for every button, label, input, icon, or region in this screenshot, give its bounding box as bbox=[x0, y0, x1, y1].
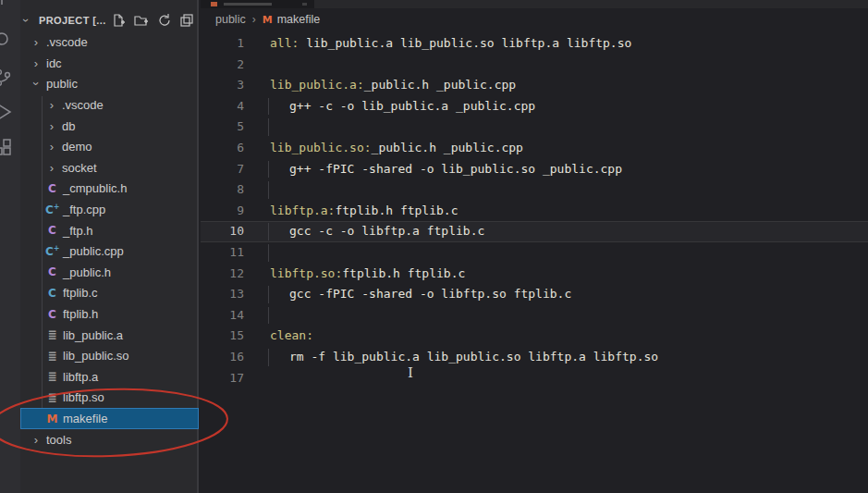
tree-item-demo[interactable]: ›demo bbox=[20, 137, 199, 158]
chevron-right-icon: › bbox=[45, 140, 58, 154]
c-header-file-icon: C bbox=[45, 265, 59, 278]
tree-item-label: libftp.a bbox=[63, 370, 98, 384]
binary-file-icon: ≣ bbox=[45, 328, 59, 341]
text-cursor-ibeam: I bbox=[408, 364, 413, 381]
c-source-file-icon: C bbox=[45, 287, 59, 300]
indent-guide bbox=[268, 223, 269, 240]
indent-guide bbox=[268, 286, 269, 303]
line-number: 6 bbox=[201, 138, 244, 159]
line-number: 4 bbox=[201, 96, 244, 117]
tree-item-label: public bbox=[46, 77, 78, 91]
binary-file-icon: ≣ bbox=[45, 391, 59, 404]
tree-item-label: .vscode bbox=[62, 98, 104, 112]
run-debug-icon[interactable] bbox=[0, 101, 14, 123]
tree-item-label: db bbox=[62, 119, 75, 133]
tree-item-label: ftplib.h bbox=[63, 307, 98, 321]
code-line-5[interactable]: 5 bbox=[201, 117, 868, 138]
binary-file-icon: ≣ bbox=[45, 370, 59, 383]
tree-item-label: ftplib.c bbox=[63, 286, 98, 300]
source-control-icon[interactable] bbox=[0, 67, 14, 89]
tree-item-.vscode[interactable]: ›.vscode bbox=[20, 94, 199, 116]
code-line-4[interactable]: 4g++ -c -o lib_public.a _public.cpp bbox=[201, 96, 868, 117]
indent-guide bbox=[268, 349, 269, 366]
indent-guide bbox=[268, 181, 269, 199]
search-icon[interactable] bbox=[0, 30, 14, 52]
line-number: 5 bbox=[201, 117, 244, 138]
c-header-file-icon: C bbox=[45, 224, 59, 237]
code-line-14[interactable]: 14 bbox=[201, 305, 868, 327]
code-line-15[interactable]: 15clean: bbox=[201, 326, 868, 347]
tree-item--cmpublic.h[interactable]: C_cmpublic.h bbox=[20, 179, 199, 200]
line-number: 14 bbox=[201, 305, 244, 327]
line-number: 8 bbox=[201, 179, 244, 201]
code-text: rm -f lib_public.a lib_public.so libftp.… bbox=[270, 347, 658, 368]
code-line-7[interactable]: 7g++ -fPIC -shared -o lib_public.so _pub… bbox=[201, 159, 868, 180]
tree-item-libftp.a[interactable]: ≣libftp.a bbox=[20, 366, 199, 388]
code-line-6[interactable]: 6lib_public.so:_public.h _public.cpp bbox=[201, 138, 868, 159]
chevron-right-icon: › bbox=[45, 98, 58, 112]
code-text: libftp.a:ftplib.h ftplib.c bbox=[270, 201, 458, 222]
code-line-12[interactable]: 12libftp.so:ftplib.h ftplib.c bbox=[201, 264, 868, 285]
code-line-9[interactable]: 9libftp.a:ftplib.h ftplib.c bbox=[201, 201, 868, 222]
code-line-10[interactable]: 10gcc -c -o libftp.a ftplib.c bbox=[201, 221, 868, 242]
explorer-sidebar: › PROJECT [... ›.vscode›idc›public›.vsco… bbox=[20, 0, 199, 493]
tree-item-ftplib.c[interactable]: Cftplib.c bbox=[20, 283, 199, 304]
tree-item--public.h[interactable]: C_public.h bbox=[20, 262, 199, 283]
code-line-16[interactable]: 16rm -f lib_public.a lib_public.so libft… bbox=[201, 347, 868, 368]
tree-item-label: lib_public.so bbox=[63, 349, 129, 363]
tree-item--ftp.h[interactable]: C_ftp.h bbox=[20, 220, 199, 241]
extensions-icon[interactable] bbox=[0, 136, 14, 158]
line-number: 11 bbox=[201, 242, 244, 264]
line-number: 13 bbox=[201, 284, 244, 305]
line-number: 17 bbox=[201, 368, 244, 389]
code-text: libftp.so:ftplib.h ftplib.c bbox=[270, 264, 465, 285]
code-line-13[interactable]: 13gcc -fPIC -shared -o libftp.so ftplib.… bbox=[201, 284, 868, 305]
tree-item-libftp.so[interactable]: ≣libftp.so bbox=[20, 388, 199, 409]
editor-pane[interactable]: public › M makefile 1all: lib_public.a l… bbox=[201, 0, 868, 493]
tree-item-label: libftp.so bbox=[63, 390, 104, 404]
tree-item-public[interactable]: ›public bbox=[20, 74, 199, 95]
code-line-2[interactable]: 2 bbox=[201, 55, 868, 76]
code-text: gcc -c -o libftp.a ftplib.c bbox=[270, 221, 484, 242]
activity-bar bbox=[0, 0, 20, 493]
tree-item-ftplib.h[interactable]: Cftplib.h bbox=[20, 303, 199, 325]
tree-item-label: idc bbox=[46, 56, 62, 70]
tree-item-lib-public.a[interactable]: ≣lib_public.a bbox=[20, 325, 199, 346]
code-line-1[interactable]: 1all: lib_public.a lib_public.so libftp.… bbox=[201, 33, 868, 55]
line-number: 16 bbox=[201, 347, 244, 368]
tree-item-makefile[interactable]: Mmakefile bbox=[20, 408, 199, 429]
indent-guide bbox=[268, 98, 269, 116]
tree-item-lib-public.so[interactable]: ≣lib_public.so bbox=[20, 346, 199, 367]
tree-item-idc[interactable]: ›idc bbox=[20, 53, 199, 74]
tree-item-db[interactable]: ›db bbox=[20, 116, 199, 137]
tree-item-tools[interactable]: ›tools bbox=[20, 429, 199, 450]
chevron-right-icon: › bbox=[30, 35, 43, 49]
indent-guide bbox=[268, 307, 269, 325]
c-header-file-icon: C bbox=[45, 182, 59, 195]
tree-item-label: socket bbox=[62, 161, 97, 175]
indent-guide bbox=[268, 161, 269, 179]
code-text: all: lib_public.a lib_public.so libftp.a… bbox=[270, 33, 631, 55]
c-header-file-icon: C bbox=[45, 308, 59, 321]
tree-item-label: _ftp.h bbox=[63, 224, 93, 238]
tree-item-label: _public.cpp bbox=[63, 244, 124, 258]
explorer-icon[interactable] bbox=[0, 0, 14, 17]
line-number: 3 bbox=[201, 75, 244, 96]
code-line-11[interactable]: 11 bbox=[201, 242, 868, 264]
code-text: g++ -fPIC -shared -o lib_public.so _publ… bbox=[270, 159, 622, 180]
code-line-8[interactable]: 8 bbox=[201, 179, 868, 201]
code-text: lib_public.a:_public.h _public.cpp bbox=[270, 75, 516, 96]
chevron-right-icon: › bbox=[45, 119, 58, 133]
tree-item-socket[interactable]: ›socket bbox=[20, 157, 199, 179]
tree-item--ftp.cpp[interactable]: C+_ftp.cpp bbox=[20, 199, 199, 220]
code-line-3[interactable]: 3lib_public.a:_public.h _public.cpp bbox=[201, 75, 868, 96]
code-line-17[interactable]: 17 bbox=[201, 368, 868, 389]
code-text: g++ -c -o lib_public.a _public.cpp bbox=[270, 96, 535, 117]
tree-item-label: .vscode bbox=[46, 35, 88, 49]
cpp-source-file-icon: C+ bbox=[45, 203, 59, 216]
code-text: gcc -fPIC -shared -o libftp.so ftplib.c bbox=[270, 284, 571, 305]
tree-item-label: _cmpublic.h bbox=[63, 181, 127, 195]
code-area[interactable]: 1all: lib_public.a lib_public.so libftp.… bbox=[201, 0, 868, 493]
tree-item-.vscode[interactable]: ›.vscode bbox=[20, 32, 199, 54]
tree-item--public.cpp[interactable]: C+_public.cpp bbox=[20, 241, 199, 263]
